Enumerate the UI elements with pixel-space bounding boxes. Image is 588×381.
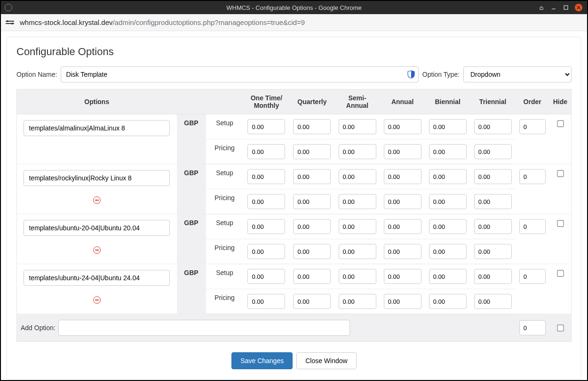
delete-icon[interactable] bbox=[93, 246, 101, 254]
pricing-triennial-input[interactable] bbox=[474, 144, 512, 159]
table-header-row: Options One Time/ Monthly Quarterly Semi… bbox=[17, 89, 572, 114]
setup-triennial-input[interactable] bbox=[474, 269, 512, 284]
address-bar[interactable]: whmcs-stock.local.krystal.dev/admin/conf… bbox=[1, 14, 587, 31]
col-hide: Hide bbox=[549, 89, 572, 114]
order-input[interactable] bbox=[519, 119, 546, 134]
pricing-semiannual-input[interactable] bbox=[339, 244, 376, 259]
hide-checkbox[interactable] bbox=[557, 120, 564, 127]
option-name-cell bbox=[17, 214, 177, 264]
setup-biennial-input[interactable] bbox=[429, 269, 467, 284]
pricing-biennial-input[interactable] bbox=[429, 144, 467, 159]
setup-annual-input[interactable] bbox=[384, 219, 421, 234]
setup-semiannual-input[interactable] bbox=[339, 219, 376, 234]
pricing-annual-input[interactable] bbox=[384, 294, 421, 309]
maximize-icon[interactable] bbox=[563, 4, 569, 11]
setup-monthly-input[interactable] bbox=[247, 119, 285, 134]
window-controls bbox=[538, 4, 587, 11]
pricing-label: Pricing bbox=[206, 189, 244, 214]
setup-quarterly-input[interactable] bbox=[293, 169, 331, 184]
pricing-quarterly-input[interactable] bbox=[293, 244, 331, 259]
setup-semiannual-input[interactable] bbox=[339, 169, 376, 184]
hide-checkbox[interactable] bbox=[557, 220, 564, 227]
add-option-input[interactable] bbox=[58, 320, 350, 336]
pricing-label: Pricing bbox=[206, 289, 244, 314]
page-content: Configurable Options Option Name: Option… bbox=[1, 31, 587, 380]
option-name-field[interactable] bbox=[24, 120, 170, 136]
option-row: GBPSetup bbox=[17, 264, 572, 289]
add-option-order-input[interactable] bbox=[519, 320, 546, 335]
option-name-label: Option Name: bbox=[16, 71, 57, 78]
delete-icon[interactable] bbox=[93, 196, 101, 204]
close-icon[interactable] bbox=[575, 4, 582, 11]
setup-biennial-input[interactable] bbox=[429, 169, 467, 184]
setup-annual-input[interactable] bbox=[384, 169, 421, 184]
pricing-semiannual-input[interactable] bbox=[339, 144, 376, 159]
close-button[interactable]: Close Window bbox=[296, 352, 356, 369]
pricing-biennial-input[interactable] bbox=[429, 294, 467, 309]
hide-checkbox[interactable] bbox=[557, 270, 564, 276]
pricing-biennial-input[interactable] bbox=[429, 244, 467, 259]
pricing-triennial-input[interactable] bbox=[474, 194, 512, 209]
pricing-quarterly-input[interactable] bbox=[293, 144, 331, 159]
pricing-triennial-input[interactable] bbox=[474, 244, 512, 259]
setup-label: Setup bbox=[206, 214, 244, 239]
order-input[interactable] bbox=[519, 219, 546, 234]
pricing-monthly-input[interactable] bbox=[247, 144, 285, 159]
option-type-select[interactable]: Dropdown bbox=[463, 66, 572, 82]
setup-biennial-input[interactable] bbox=[429, 219, 467, 234]
pricing-annual-input[interactable] bbox=[384, 244, 421, 259]
pricing-label: Pricing bbox=[206, 239, 244, 264]
pricing-quarterly-input[interactable] bbox=[293, 194, 331, 209]
option-row: GBPSetup bbox=[17, 114, 572, 139]
setup-triennial-input[interactable] bbox=[474, 119, 512, 134]
option-name-field[interactable] bbox=[24, 270, 170, 286]
option-name-field[interactable] bbox=[24, 170, 170, 186]
pricing-monthly-input[interactable] bbox=[247, 194, 285, 209]
option-name-cell bbox=[17, 264, 177, 314]
col-annual: Annual bbox=[380, 89, 425, 114]
setup-monthly-input[interactable] bbox=[247, 169, 285, 184]
pricing-annual-input[interactable] bbox=[384, 194, 421, 209]
setup-semiannual-input[interactable] bbox=[339, 119, 376, 134]
setup-monthly-input[interactable] bbox=[247, 219, 285, 234]
save-button[interactable]: Save Changes bbox=[231, 352, 293, 369]
pricing-monthly-input[interactable] bbox=[247, 294, 285, 309]
pricing-quarterly-input[interactable] bbox=[293, 294, 331, 309]
option-name-field[interactable] bbox=[24, 220, 170, 236]
col-order: Order bbox=[516, 89, 549, 114]
add-option-hide-checkbox[interactable] bbox=[557, 324, 564, 331]
url-display: whmcs-stock.local.krystal.dev/admin/conf… bbox=[20, 18, 305, 26]
hide-checkbox[interactable] bbox=[557, 170, 564, 177]
window-title: WHMCS - Configurable Options - Google Ch… bbox=[1, 4, 587, 11]
col-quarterly: Quarterly bbox=[289, 89, 334, 114]
setup-label: Setup bbox=[206, 164, 244, 189]
order-input[interactable] bbox=[519, 269, 546, 284]
col-options: Options bbox=[17, 89, 177, 114]
delete-icon[interactable] bbox=[93, 296, 101, 304]
setup-annual-input[interactable] bbox=[384, 119, 421, 134]
setup-monthly-input[interactable] bbox=[247, 269, 285, 284]
setup-semiannual-input[interactable] bbox=[339, 269, 376, 284]
chrome-window: WHMCS - Configurable Options - Google Ch… bbox=[0, 0, 588, 381]
setup-triennial-input[interactable] bbox=[474, 219, 512, 234]
pricing-triennial-input[interactable] bbox=[474, 294, 512, 309]
pricing-biennial-input[interactable] bbox=[429, 194, 467, 209]
option-name-input[interactable] bbox=[61, 66, 418, 82]
pricing-monthly-input[interactable] bbox=[247, 244, 285, 259]
pricing-semiannual-input[interactable] bbox=[339, 294, 376, 309]
site-settings-icon[interactable] bbox=[6, 21, 14, 24]
pricing-semiannual-input[interactable] bbox=[339, 194, 376, 209]
add-option-label: Add Option: bbox=[21, 324, 56, 332]
setup-biennial-input[interactable] bbox=[429, 119, 467, 134]
setup-quarterly-input[interactable] bbox=[293, 269, 331, 284]
order-input[interactable] bbox=[519, 169, 546, 184]
setup-quarterly-input[interactable] bbox=[293, 219, 331, 234]
pricing-annual-input[interactable] bbox=[384, 144, 421, 159]
setup-annual-input[interactable] bbox=[384, 269, 421, 284]
setup-triennial-input[interactable] bbox=[474, 169, 512, 184]
chevron-up-icon[interactable] bbox=[538, 4, 545, 11]
setup-quarterly-input[interactable] bbox=[293, 119, 331, 134]
add-option-row: Add Option: bbox=[17, 314, 572, 342]
minimize-icon[interactable] bbox=[550, 4, 557, 11]
option-row: GBPSetup bbox=[17, 214, 572, 239]
